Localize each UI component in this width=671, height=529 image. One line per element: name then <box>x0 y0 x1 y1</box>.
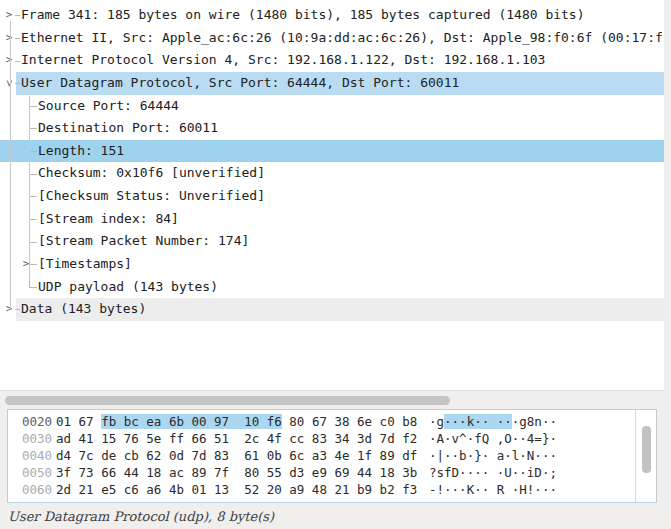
tree-connector <box>29 219 37 220</box>
hex-selected-bytes: fb bc ea 6b 00 97 10 f6 <box>101 414 282 429</box>
tree-connector <box>29 242 37 243</box>
hex-row[interactable]: 0040d4 7c de cb 62 0d 7d 83 61 0b 6c a3 … <box>8 447 636 464</box>
ascii-column[interactable]: ·|··b·}· a·l·N··· <box>429 447 557 464</box>
tree-connector <box>15 15 20 16</box>
hex-bytes[interactable]: ad 41 15 76 5e ff 66 51 2c 4f cc 83 34 3… <box>56 430 417 447</box>
status-bar: User Datagram Protocol (udp), 8 byte(s) <box>0 503 671 529</box>
tree-row-label: Ethernet II, Src: Apple_ac:6c:26 (10:9a:… <box>21 30 663 45</box>
tree-row-label: Destination Port: 60011 <box>38 120 218 135</box>
ascii-column[interactable]: -!···K·· R ·H!··· <box>429 481 557 498</box>
ascii-selected-chars: ···k·· ·· <box>444 414 512 429</box>
hex-offset: 0060 <box>22 481 52 498</box>
ascii-text: ·g <box>429 414 444 429</box>
hex-offset: 0020 <box>22 413 52 430</box>
tree-row[interactable]: [Stream index: 84] <box>0 208 664 231</box>
ascii-text: ·g8n·· <box>512 414 557 429</box>
hex-bytes[interactable]: 3f 73 66 44 18 ac 89 7f 80 55 d3 e9 69 4… <box>56 464 417 481</box>
tree-row[interactable]: Length: 151 <box>0 140 664 163</box>
tree-connector <box>29 196 37 197</box>
expand-arrow-icon[interactable]: > <box>3 4 15 27</box>
tree-connector <box>29 276 37 288</box>
tree-row-label: Checksum: 0x10f6 [unverified] <box>38 165 265 180</box>
tree-row[interactable]: >Data (143 bytes) <box>0 298 664 321</box>
tree-row[interactable]: [Stream Packet Number: 174] <box>0 230 664 253</box>
tree-connector <box>29 264 37 265</box>
tree-connector <box>29 106 37 107</box>
hex-row[interactable]: 002001 67 fb bc ea 6b 00 97 10 f6 80 67 … <box>8 413 636 430</box>
packet-details-tree: >Frame 341: 185 bytes on wire (1480 bits… <box>0 4 664 321</box>
tree-row-label: [Timestamps] <box>38 256 132 271</box>
tree-row[interactable]: >Frame 341: 185 bytes on wire (1480 bits… <box>0 4 664 27</box>
hex-byte-text: 01 67 <box>56 414 101 429</box>
ascii-column[interactable]: ·g···k·· ···g8n·· <box>429 413 557 430</box>
tree-row[interactable]: >Internet Protocol Version 4, Src: 192.1… <box>0 49 664 72</box>
tree-connector <box>15 83 20 84</box>
tree-row[interactable]: >[Timestamps] <box>0 253 664 276</box>
tree-connector <box>15 38 20 39</box>
tree-row[interactable]: Destination Port: 60011 <box>0 117 664 140</box>
expand-arrow-icon[interactable]: > <box>3 27 15 50</box>
tree-connector <box>15 309 20 310</box>
vertical-scrollbar-thumb[interactable] <box>642 426 651 473</box>
hex-row[interactable]: 00503f 73 66 44 18 ac 89 7f 80 55 d3 e9 … <box>8 464 636 481</box>
expand-arrow-icon[interactable]: > <box>3 49 15 72</box>
ascii-column[interactable]: ?sfD···· ·U··iD·; <box>429 464 557 481</box>
tree-row-label: UDP payload (143 bytes) <box>38 279 218 294</box>
tree-row-label: [Checksum Status: Unverified] <box>38 188 265 203</box>
ascii-column[interactable]: ·A·v^·fQ ,O··4=}· <box>429 430 557 447</box>
tree-connector <box>29 174 37 175</box>
tree-connector <box>29 128 37 129</box>
hex-bytes[interactable]: 2d 21 e5 c6 a6 4b 01 13 52 20 a9 48 21 b… <box>56 481 417 498</box>
packet-bytes-pane: 002001 67 fb bc ea 6b 00 97 10 f6 80 67 … <box>7 409 657 503</box>
ascii-text: ·A·v^·fQ ,O··4=}· <box>429 431 557 446</box>
tree-row-label: Frame 341: 185 bytes on wire (1480 bits)… <box>21 7 585 22</box>
tree-row-label: Source Port: 64444 <box>38 98 179 113</box>
hex-byte-text: 2d 21 e5 c6 a6 4b 01 13 52 20 a9 48 21 b… <box>56 482 417 497</box>
tree-row-label: Data (143 bytes) <box>21 301 146 316</box>
hex-byte-text: d4 7c de cb 62 0d 7d 83 61 0b 6c a3 4e 1… <box>56 448 417 463</box>
hex-byte-text: 80 67 38 6e c0 b8 <box>282 414 417 429</box>
tree-row[interactable]: [Checksum Status: Unverified] <box>0 185 664 208</box>
tree-connector <box>29 151 37 152</box>
tree-row[interactable]: >User Datagram Protocol, Src Port: 64444… <box>0 72 664 95</box>
bytes-vertical-scrollbar[interactable] <box>635 410 656 502</box>
tree-row-label: Internet Protocol Version 4, Src: 192.16… <box>21 52 545 67</box>
hex-byte-text: 3f 73 66 44 18 ac 89 7f 80 55 d3 e9 69 4… <box>56 465 417 480</box>
hex-bytes[interactable]: 01 67 fb bc ea 6b 00 97 10 f6 80 67 38 6… <box>56 413 417 430</box>
tree-row-label: [Stream Packet Number: 174] <box>38 233 249 248</box>
ascii-text: ?sfD···· ·U··iD·; <box>429 465 557 480</box>
hex-row[interactable]: 00602d 21 e5 c6 a6 4b 01 13 52 20 a9 48 … <box>8 481 636 498</box>
tree-row-label: Length: 151 <box>38 143 124 158</box>
horizontal-scrollbar-thumb[interactable] <box>5 396 450 405</box>
tree-row-label: [Stream index: 84] <box>38 211 179 226</box>
status-text: User Datagram Protocol (udp), 8 byte(s) <box>0 503 671 524</box>
tree-row[interactable]: >Ethernet II, Src: Apple_ac:6c:26 (10:9a… <box>0 27 664 50</box>
expand-arrow-icon[interactable]: > <box>3 298 15 321</box>
hex-dump: 002001 67 fb bc ea 6b 00 97 10 f6 80 67 … <box>8 413 636 498</box>
tree-connector <box>15 61 20 62</box>
tree-row[interactable]: UDP payload (143 bytes) <box>0 276 664 299</box>
hex-bytes[interactable]: d4 7c de cb 62 0d 7d 83 61 0b 6c a3 4e 1… <box>56 447 417 464</box>
hex-byte-text: ad 41 15 76 5e ff 66 51 2c 4f cc 83 34 3… <box>56 431 417 446</box>
hex-offset: 0040 <box>22 447 52 464</box>
tree-row-label: User Datagram Protocol, Src Port: 64444,… <box>21 75 459 90</box>
packet-details-pane: >Frame 341: 185 bytes on wire (1480 bits… <box>0 0 664 391</box>
hex-offset: 0030 <box>22 430 52 447</box>
hex-offset: 0050 <box>22 464 52 481</box>
tree-row[interactable]: Checksum: 0x10f6 [unverified] <box>0 162 664 185</box>
ascii-text: ·|··b·}· a·l·N··· <box>429 448 557 463</box>
details-horizontal-scrollbar[interactable] <box>0 391 671 409</box>
ascii-text: -!···K·· R ·H!··· <box>429 482 557 497</box>
wireshark-window: >Frame 341: 185 bytes on wire (1480 bits… <box>0 0 671 529</box>
tree-guide-line <box>29 96 30 280</box>
tree-row[interactable]: Source Port: 64444 <box>0 95 664 118</box>
hex-row[interactable]: 0030ad 41 15 76 5e ff 66 51 2c 4f cc 83 … <box>8 430 636 447</box>
tree-guide-line <box>10 21 11 309</box>
